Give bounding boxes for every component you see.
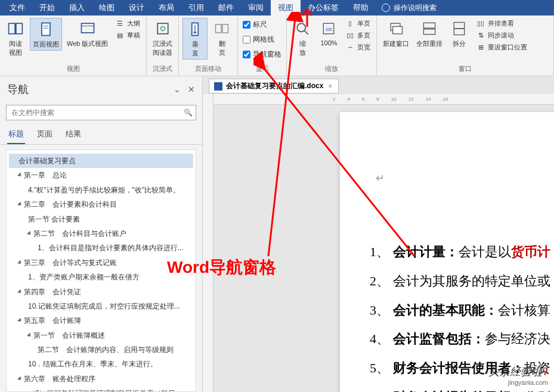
nav-tab-results[interactable]: 结果 bbox=[64, 125, 82, 144]
nav-tree[interactable]: 会计基础复习要点第一章 总论4."权"计算盈亏的手续比较麻烦，"收"比较简单。第… bbox=[6, 150, 196, 392]
tab-office[interactable]: 办公标签 bbox=[301, 0, 346, 15]
document-area[interactable]: 会计基础复习要点的汇编.docx × 246810121416 ↵ 1、 会计计… bbox=[203, 76, 554, 392]
svg-rect-7 bbox=[157, 23, 168, 34]
tree-item[interactable]: 第二节 会计账簿的内容、启用与等级规则 bbox=[9, 343, 193, 357]
nav-dropdown-icon[interactable]: ⌄ bbox=[174, 85, 181, 94]
tab-help[interactable]: 帮助 bbox=[346, 0, 376, 15]
tab-design[interactable]: 设计 bbox=[122, 0, 151, 15]
document-tab[interactable]: 会计基础复习要点的汇编.docx × bbox=[209, 79, 339, 94]
tab-review[interactable]: 审阅 bbox=[241, 0, 271, 15]
immersive-reader-button[interactable]: 沉浸式 阅读器 bbox=[150, 18, 175, 58]
nav-tab-pages[interactable]: 页面 bbox=[36, 125, 54, 144]
read-view-button[interactable]: 阅读 视图 bbox=[4, 18, 27, 58]
ruler-checkbox[interactable]: 标尺 bbox=[242, 19, 283, 30]
tree-item[interactable]: 第三章 会计等式与复式记账 bbox=[9, 256, 193, 270]
expand-icon[interactable] bbox=[17, 173, 23, 178]
tree-item[interactable]: 第五章 会计账簿 bbox=[9, 313, 193, 328]
draft-icon: ▤ bbox=[115, 30, 125, 40]
zoom-100-button[interactable]: 100 100% bbox=[317, 18, 341, 48]
sync-scroll-button: ⇅同步滚动 bbox=[473, 30, 530, 41]
tree-item[interactable]: 第一章 总论 bbox=[9, 168, 193, 182]
reset-pos-icon: ⊞ bbox=[476, 42, 485, 52]
search-icon[interactable]: 🔍 bbox=[184, 108, 193, 117]
group-immersive-label: 沉浸式 bbox=[150, 63, 175, 76]
document-page[interactable]: ↵ 1、 会计计量：会计是以货币计2、 会计为其服务的特定单位或3、 会计的基本… bbox=[340, 112, 554, 392]
navpane-checkbox[interactable]: 导航窗格 bbox=[242, 49, 283, 60]
tab-references[interactable]: 引用 bbox=[181, 0, 211, 15]
tree-item[interactable]: 1、会计科目是指对会计要素的具体内容进行... bbox=[9, 241, 193, 255]
svg-text:100: 100 bbox=[326, 27, 333, 32]
svg-rect-19 bbox=[424, 29, 435, 35]
tree-item[interactable]: 第二章 会计要素和会计科目 bbox=[9, 197, 193, 211]
reset-pos-button: ⊞重设窗口位置 bbox=[473, 42, 530, 52]
nav-search-input[interactable] bbox=[6, 105, 196, 120]
outline-view-button[interactable]: ☰大纲 bbox=[113, 18, 143, 29]
expand-icon[interactable] bbox=[17, 376, 23, 381]
vertical-button[interactable]: 垂 直 bbox=[182, 18, 208, 60]
new-window-button[interactable]: 新建窗口 bbox=[380, 18, 411, 49]
expand-icon[interactable] bbox=[17, 260, 23, 265]
tree-item[interactable]: 第四章 会计凭证 bbox=[9, 285, 193, 299]
tab-layout[interactable]: 布局 bbox=[151, 0, 181, 15]
page-view-button[interactable]: 页面视图 bbox=[30, 18, 62, 51]
immersive-icon bbox=[153, 19, 172, 38]
multi-page-button[interactable]: ▯▯多页 bbox=[343, 30, 373, 41]
group-window-label: 窗口 bbox=[380, 63, 550, 76]
doc-line[interactable]: 3、 会计的基本职能：会计核算 bbox=[370, 301, 554, 320]
tab-insert[interactable]: 插入 bbox=[62, 0, 92, 15]
zoom-button[interactable]: 缩 放 bbox=[290, 18, 314, 58]
expand-icon[interactable] bbox=[27, 231, 32, 236]
doc-line[interactable]: 2、 会计为其服务的特定单位或 bbox=[370, 272, 554, 291]
nav-title: 导航 bbox=[7, 82, 29, 97]
page-width-button[interactable]: ↔页宽 bbox=[343, 42, 373, 52]
tab-draw[interactable]: 绘图 bbox=[92, 0, 122, 15]
tree-item[interactable]: 第六章 账务处理程序 bbox=[9, 372, 193, 386]
tree-item[interactable]: 第二节 会计科目与会计账户 bbox=[9, 226, 193, 241]
tab-home[interactable]: 开始 bbox=[32, 0, 62, 15]
read-view-icon bbox=[6, 19, 25, 38]
svg-rect-11 bbox=[222, 24, 228, 33]
tab-mailings[interactable]: 邮件 bbox=[211, 0, 241, 15]
group-pagemove-label: 页面移动 bbox=[182, 63, 234, 76]
svg-rect-17 bbox=[393, 27, 403, 34]
svg-rect-0 bbox=[9, 23, 16, 34]
flip-button[interactable]: 翻 页 bbox=[210, 18, 234, 58]
doc-line[interactable]: 6、 财务会计报告的目标：分别 bbox=[370, 388, 554, 392]
tree-item[interactable]: 4."权"计算盈亏的手续比较麻烦，"收"比较简单。 bbox=[9, 183, 193, 197]
expand-icon[interactable] bbox=[17, 318, 23, 323]
expand-icon[interactable] bbox=[17, 289, 23, 294]
tell-me-search[interactable]: 操作说明搜索 bbox=[382, 3, 437, 13]
web-view-icon bbox=[78, 19, 97, 38]
expand-icon[interactable] bbox=[27, 332, 32, 338]
tree-item[interactable]: （2）根据各种记账凭证编制科目汇总表（科目... bbox=[9, 386, 193, 392]
nav-close-icon[interactable]: ✕ bbox=[188, 85, 195, 94]
tab-file[interactable]: 文件 bbox=[2, 0, 32, 15]
svg-rect-2 bbox=[42, 23, 50, 36]
draft-view-button[interactable]: ▤草稿 bbox=[113, 30, 143, 41]
split-button[interactable]: 拆分 bbox=[447, 18, 471, 49]
tree-item[interactable]: 10.记账凭证填制完成后，对空行应按规定处理... bbox=[9, 299, 193, 313]
outline-icon: ☰ bbox=[115, 18, 125, 28]
group-views-label: 视图 bbox=[4, 63, 143, 76]
web-view-button[interactable]: Web 版式视图 bbox=[64, 18, 110, 49]
paragraph-mark-icon: ↵ bbox=[376, 172, 385, 185]
doc-line[interactable]: 4、 会计监督包括：参与经济决 bbox=[370, 330, 554, 349]
tree-item[interactable]: 会计基础复习要点 bbox=[9, 154, 193, 168]
expand-icon[interactable] bbox=[17, 202, 23, 207]
tab-view[interactable]: 视图 bbox=[271, 0, 301, 15]
tree-item[interactable]: 1、资产类账户期末余额一般在借方 bbox=[9, 270, 193, 284]
nav-tab-headings[interactable]: 标题 bbox=[7, 125, 25, 144]
svg-point-12 bbox=[298, 23, 306, 32]
navigation-pane: 导航 ⌄ ✕ 🔍 标题 页面 结果 会计基础复习要点第一章 总论4."权"计算盈… bbox=[0, 76, 203, 392]
doc-tab-close-icon[interactable]: × bbox=[327, 82, 333, 91]
horizontal-ruler[interactable]: 246810121416 bbox=[213, 94, 554, 105]
tree-item[interactable]: 第一节 会计要素 bbox=[9, 212, 193, 226]
tree-item[interactable]: 10．结账工作在月末、季末、年末进行。 bbox=[9, 357, 193, 371]
doc-line[interactable]: 1、 会计计量：会计是以货币计 bbox=[370, 243, 554, 262]
one-page-button[interactable]: ▯单页 bbox=[343, 18, 373, 29]
vertical-ruler[interactable] bbox=[203, 94, 213, 392]
tree-item[interactable]: 第一节 会计账簿概述 bbox=[9, 328, 193, 343]
arrange-all-button[interactable]: 全部重排 bbox=[414, 18, 445, 49]
sync-scroll-icon: ⇅ bbox=[476, 30, 485, 40]
gridlines-checkbox[interactable]: 网格线 bbox=[242, 34, 283, 45]
